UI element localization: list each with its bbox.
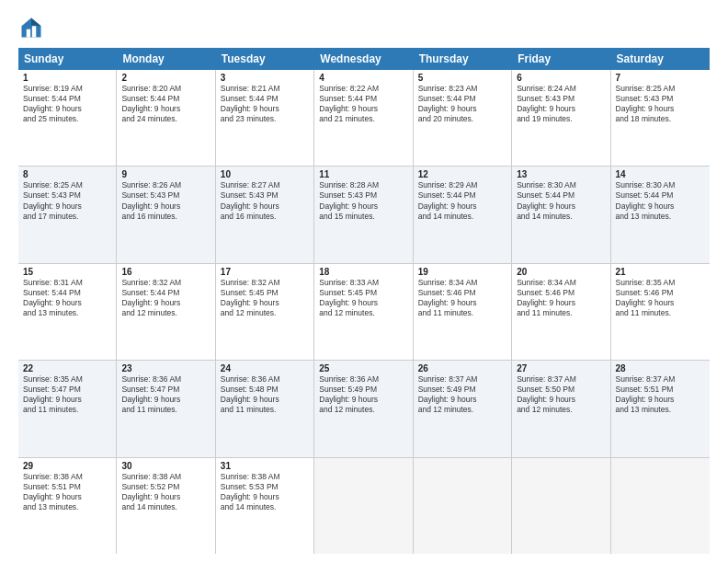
- cell-line: Sunrise: 8:32 AM: [221, 278, 309, 288]
- empty-cell: [414, 458, 512, 554]
- cell-line: Sunrise: 8:28 AM: [319, 180, 407, 190]
- cell-line: and 20 minutes.: [418, 114, 506, 124]
- cell-line: Sunset: 5:52 PM: [121, 482, 210, 492]
- cell-line: Daylight: 9 hours: [616, 298, 705, 308]
- day-number: 19: [418, 267, 506, 277]
- cell-line: Daylight: 9 hours: [418, 395, 506, 405]
- page: SundayMondayTuesdayWednesdayThursdayFrid…: [0, 0, 728, 563]
- cell-line: Sunset: 5:44 PM: [319, 94, 407, 104]
- cell-line: and 14 minutes.: [517, 212, 605, 222]
- day-number: 6: [517, 73, 605, 83]
- cell-line: Sunrise: 8:29 AM: [418, 180, 506, 190]
- cell-line: Daylight: 9 hours: [221, 298, 309, 308]
- cell-line: and 16 minutes.: [221, 212, 309, 222]
- cell-line: Sunset: 5:44 PM: [121, 94, 210, 104]
- cell-line: and 13 minutes.: [616, 405, 705, 415]
- cell-line: Sunrise: 8:30 AM: [616, 180, 705, 190]
- day-number: 24: [221, 363, 309, 373]
- empty-cell: [314, 458, 413, 554]
- day-number: 25: [319, 363, 407, 373]
- cell-line: Sunset: 5:49 PM: [418, 385, 506, 395]
- cell-line: Sunset: 5:45 PM: [319, 288, 407, 298]
- calendar-body: 1Sunrise: 8:19 AMSunset: 5:44 PMDaylight…: [18, 70, 710, 554]
- cell-line: Sunset: 5:46 PM: [616, 288, 705, 298]
- cell-line: Sunrise: 8:20 AM: [121, 84, 210, 94]
- cell-line: and 12 minutes.: [517, 405, 605, 415]
- cell-line: Sunrise: 8:34 AM: [418, 278, 506, 288]
- day-cell-11: 11Sunrise: 8:28 AMSunset: 5:43 PMDayligh…: [314, 167, 413, 262]
- day-cell-9: 9Sunrise: 8:26 AMSunset: 5:43 PMDaylight…: [117, 167, 215, 262]
- day-number: 1: [23, 73, 111, 83]
- day-cell-19: 19Sunrise: 8:34 AMSunset: 5:46 PMDayligh…: [414, 264, 512, 360]
- svg-rect-2: [27, 29, 30, 38]
- header: [18, 15, 710, 40]
- cell-line: Sunset: 5:44 PM: [418, 94, 506, 104]
- empty-cell: [611, 458, 710, 554]
- day-cell-16: 16Sunrise: 8:32 AMSunset: 5:44 PMDayligh…: [117, 264, 215, 360]
- cell-line: Sunset: 5:50 PM: [517, 385, 605, 395]
- cell-line: Sunset: 5:44 PM: [418, 190, 506, 201]
- cell-line: Sunset: 5:45 PM: [221, 288, 309, 298]
- cell-line: Sunrise: 8:38 AM: [23, 472, 111, 482]
- day-number: 28: [616, 363, 705, 373]
- cell-line: Sunset: 5:43 PM: [121, 190, 210, 201]
- cell-line: Sunset: 5:43 PM: [517, 94, 605, 104]
- cell-line: Sunset: 5:44 PM: [121, 288, 210, 298]
- calendar: SundayMondayTuesdayWednesdayThursdayFrid…: [18, 48, 710, 554]
- cell-line: Daylight: 9 hours: [517, 298, 605, 308]
- day-cell-30: 30Sunrise: 8:38 AMSunset: 5:52 PMDayligh…: [117, 458, 215, 554]
- cell-line: Sunrise: 8:38 AM: [221, 472, 309, 482]
- cell-line: Daylight: 9 hours: [319, 298, 407, 308]
- day-cell-23: 23Sunrise: 8:36 AMSunset: 5:47 PMDayligh…: [117, 361, 215, 456]
- cell-line: Sunset: 5:43 PM: [221, 190, 309, 201]
- day-number: 8: [23, 169, 111, 179]
- cell-line: and 11 minutes.: [418, 308, 506, 318]
- cell-line: Sunrise: 8:24 AM: [517, 84, 605, 94]
- svg-marker-1: [31, 18, 41, 27]
- cell-line: Daylight: 9 hours: [319, 201, 407, 212]
- cell-line: Sunrise: 8:37 AM: [616, 374, 705, 385]
- svg-rect-3: [32, 26, 36, 37]
- cell-line: Daylight: 9 hours: [616, 201, 705, 212]
- header-day-friday: Friday: [512, 48, 610, 70]
- cell-line: and 11 minutes.: [221, 405, 309, 415]
- cell-line: Daylight: 9 hours: [121, 395, 210, 405]
- day-cell-10: 10Sunrise: 8:27 AMSunset: 5:43 PMDayligh…: [216, 167, 314, 262]
- day-number: 14: [616, 169, 705, 179]
- cell-line: Sunrise: 8:25 AM: [616, 84, 705, 94]
- cell-line: Daylight: 9 hours: [23, 492, 111, 502]
- day-number: 15: [23, 267, 111, 277]
- cell-line: Sunrise: 8:22 AM: [319, 84, 407, 94]
- cell-line: Sunset: 5:49 PM: [319, 385, 407, 395]
- cell-line: and 21 minutes.: [319, 114, 407, 124]
- cell-line: Sunrise: 8:27 AM: [221, 180, 309, 190]
- cell-line: and 14 minutes.: [121, 502, 210, 512]
- cell-line: Sunrise: 8:37 AM: [418, 374, 506, 385]
- day-number: 3: [221, 73, 309, 83]
- cell-line: Daylight: 9 hours: [121, 104, 210, 114]
- cell-line: Sunrise: 8:36 AM: [319, 374, 407, 385]
- day-number: 11: [319, 169, 407, 179]
- cell-line: Sunset: 5:44 PM: [23, 288, 111, 298]
- cell-line: Sunset: 5:51 PM: [616, 385, 705, 395]
- calendar-row-2: 8Sunrise: 8:25 AMSunset: 5:43 PMDaylight…: [18, 167, 710, 263]
- cell-line: and 24 minutes.: [121, 114, 210, 124]
- cell-line: Daylight: 9 hours: [121, 201, 210, 212]
- day-cell-31: 31Sunrise: 8:38 AMSunset: 5:53 PMDayligh…: [216, 458, 314, 554]
- cell-line: and 12 minutes.: [319, 308, 407, 318]
- cell-line: Sunrise: 8:35 AM: [616, 278, 705, 288]
- cell-line: Sunrise: 8:34 AM: [517, 278, 605, 288]
- cell-line: Daylight: 9 hours: [23, 201, 111, 212]
- day-number: 17: [221, 267, 309, 277]
- day-number: 23: [121, 363, 210, 373]
- cell-line: Daylight: 9 hours: [517, 201, 605, 212]
- cell-line: Sunrise: 8:36 AM: [221, 374, 309, 385]
- day-cell-12: 12Sunrise: 8:29 AMSunset: 5:44 PMDayligh…: [414, 167, 512, 262]
- day-number: 18: [319, 267, 407, 277]
- cell-line: and 13 minutes.: [23, 308, 111, 318]
- cell-line: Daylight: 9 hours: [23, 395, 111, 405]
- cell-line: Sunrise: 8:19 AM: [23, 84, 111, 94]
- cell-line: Sunset: 5:44 PM: [517, 190, 605, 201]
- cell-line: and 25 minutes.: [23, 114, 111, 124]
- cell-line: Sunrise: 8:37 AM: [517, 374, 605, 385]
